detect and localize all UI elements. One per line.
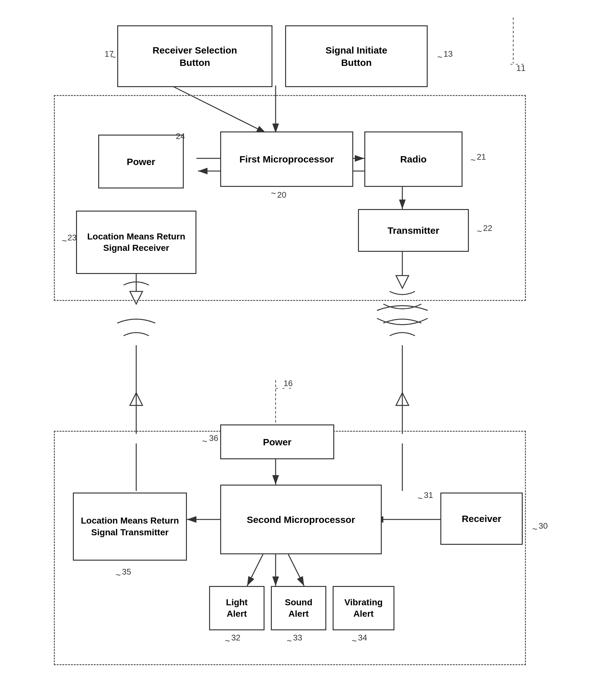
light-alert-label: LightAlert: [226, 597, 248, 620]
power-top-box: Power: [98, 135, 184, 189]
radio-label: Radio: [400, 153, 426, 165]
signal-initiate-button-box: Signal InitiateButton: [285, 25, 428, 87]
label-20-squiggle: ~: [271, 189, 276, 199]
signal-initiate-button-label: Signal InitiateButton: [325, 44, 387, 69]
label-11-squiggle: - - -: [510, 59, 524, 69]
first-microprocessor-box: First Microprocessor: [220, 131, 353, 187]
label-23-squiggle: ~: [62, 236, 67, 246]
label-13: 13: [443, 49, 453, 59]
label-36: 36: [209, 433, 218, 443]
sound-alert-box: SoundAlert: [271, 586, 326, 630]
second-microprocessor-box: Second Microprocessor: [220, 485, 382, 554]
label-35: 35: [122, 567, 131, 577]
label-32-squiggle: ~: [225, 636, 230, 646]
location-receiver-box: Location Means ReturnSignal Receiver: [76, 211, 196, 274]
label-13-squiggle: ~: [437, 52, 442, 62]
label-22: 22: [483, 223, 492, 233]
label-32: 32: [231, 633, 240, 643]
label-21-squiggle: ~: [470, 155, 475, 165]
label-35-squiggle: ~: [116, 570, 121, 580]
label-24: 24: [176, 131, 185, 141]
label-16-dash: - - -: [275, 383, 292, 392]
label-34-squiggle: ~: [352, 636, 357, 646]
label-30-squiggle: ~: [532, 524, 537, 534]
receiver-selection-button-label: Receiver SelectionButton: [153, 44, 237, 69]
label-33: 33: [293, 633, 302, 643]
transmitter-label: Transmitter: [388, 224, 439, 237]
receiver-selection-button-box: Receiver SelectionButton: [117, 25, 272, 87]
svg-marker-19: [396, 393, 409, 405]
receiver-bottom-label: Receiver: [462, 512, 501, 525]
power-top-label: Power: [127, 156, 155, 168]
location-receiver-label: Location Means ReturnSignal Receiver: [87, 231, 185, 254]
label-20: 20: [277, 190, 286, 200]
radio-box: Radio: [364, 131, 463, 187]
label-17-squiggle: ~: [111, 52, 116, 62]
first-microprocessor-label: First Microprocessor: [239, 153, 334, 165]
label-31: 31: [424, 490, 433, 500]
label-23: 23: [67, 233, 77, 243]
label-22-squiggle: ~: [477, 227, 482, 237]
transmitter-box: Transmitter: [358, 209, 469, 252]
sound-alert-label: SoundAlert: [285, 597, 312, 620]
power-bottom-label: Power: [263, 436, 292, 448]
light-alert-box: LightAlert: [209, 586, 265, 630]
label-34: 34: [358, 633, 367, 643]
svg-marker-16: [130, 393, 142, 405]
label-31-squiggle: ~: [418, 494, 423, 504]
receiver-bottom-box: Receiver: [440, 493, 523, 545]
label-21: 21: [477, 152, 486, 162]
second-microprocessor-label: Second Microprocessor: [247, 513, 355, 526]
label-30: 30: [538, 521, 548, 531]
vibrating-alert-label: VibratingAlert: [344, 597, 383, 620]
location-transmitter-box: Location Means ReturnSignal Transmitter: [73, 493, 187, 561]
power-bottom-box: Power: [220, 425, 334, 459]
location-transmitter-label: Location Means ReturnSignal Transmitter: [81, 515, 179, 538]
label-36-squiggle: ~: [202, 436, 207, 446]
vibrating-alert-box: VibratingAlert: [333, 586, 394, 630]
diagram: Receiver SelectionButton 17 ~ Signal Ini…: [0, 0, 594, 700]
label-33-squiggle: ~: [287, 636, 292, 646]
